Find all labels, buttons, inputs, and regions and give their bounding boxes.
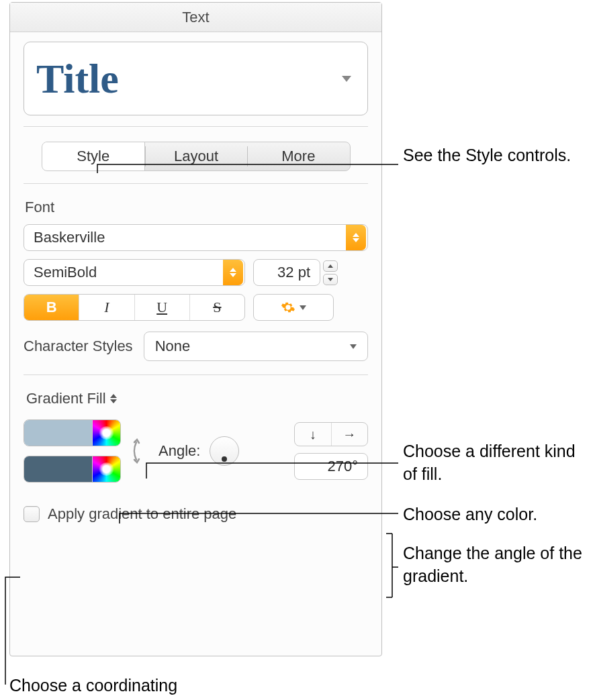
panel-title: Text [10, 3, 381, 32]
font-size-stepper [323, 260, 338, 285]
bold-button[interactable]: B [24, 295, 79, 320]
font-size-down[interactable] [323, 274, 338, 285]
angle-direction-group: ↓ → [294, 422, 368, 446]
tabs: Style Layout More [42, 142, 351, 171]
updown-icon [110, 394, 117, 403]
gradient-color-2-well[interactable] [24, 456, 92, 482]
tab-style[interactable]: Style [42, 142, 145, 170]
callout-any-color: Choose any color. [403, 503, 537, 526]
chevron-down-icon [350, 344, 357, 349]
paragraph-style-name: Title [36, 58, 119, 99]
font-section-label: Font [25, 199, 367, 216]
divider [24, 374, 368, 375]
font-size-field[interactable]: 32 pt [253, 259, 320, 286]
callout-fill-kind: Choose a different kind of fill. [403, 440, 591, 486]
popup-stepper-icon [346, 225, 366, 250]
strikethrough-button[interactable]: S [189, 295, 244, 320]
swap-colors-button[interactable] [130, 433, 149, 469]
color-wheel-icon[interactable] [92, 420, 120, 446]
angle-dial[interactable] [210, 436, 239, 466]
font-family-popup[interactable]: Baskerville [24, 224, 368, 251]
divider [24, 183, 368, 184]
gradient-color-2[interactable] [24, 456, 121, 483]
angle-label: Angle: [158, 442, 200, 460]
popup-stepper-icon [223, 260, 243, 285]
angle-right-button[interactable]: → [331, 423, 368, 446]
angle-field[interactable]: 270° [294, 453, 368, 480]
paragraph-style-picker[interactable]: Title [24, 42, 368, 115]
italic-button[interactable]: I [79, 295, 134, 320]
color-wheel-icon[interactable] [92, 456, 120, 482]
type-style-group: B I U S [24, 294, 245, 321]
underline-button[interactable]: U [134, 295, 189, 320]
text-inspector-panel: Text Title Style Layout More Font Basker… [9, 2, 382, 656]
callout-style-tab: See the Style controls. [403, 144, 571, 167]
font-weight-popup[interactable]: SemiBold [24, 259, 245, 286]
fill-type-value: Gradient Fill [26, 390, 106, 407]
apply-gradient-page-checkbox[interactable] [24, 506, 40, 522]
font-weight-value: SemiBold [34, 264, 223, 281]
font-size-up[interactable] [323, 260, 338, 272]
gradient-color-1-well[interactable] [24, 420, 92, 446]
character-styles-label: Character Styles [24, 338, 133, 355]
tab-more[interactable]: More [247, 142, 349, 170]
gradient-color-1[interactable] [24, 419, 121, 446]
callout-angle: Change the angle of the gradient. [403, 542, 591, 588]
callout-coord-color: Choose a coordinating color. [9, 674, 197, 700]
divider [24, 126, 368, 127]
apply-gradient-page-label: Apply gradient to entire page [48, 505, 236, 523]
fill-type-popup[interactable]: Gradient Fill [26, 390, 117, 407]
font-family-value: Baskerville [34, 229, 346, 246]
angle-down-button[interactable]: ↓ [295, 423, 331, 446]
chevron-down-icon [342, 76, 351, 82]
tab-layout[interactable]: Layout [145, 142, 247, 170]
advanced-options-button[interactable] [253, 294, 334, 321]
gear-icon [281, 300, 295, 315]
character-styles-popup[interactable]: None [144, 332, 368, 361]
chevron-down-icon [300, 305, 306, 310]
character-styles-value: None [155, 338, 191, 355]
